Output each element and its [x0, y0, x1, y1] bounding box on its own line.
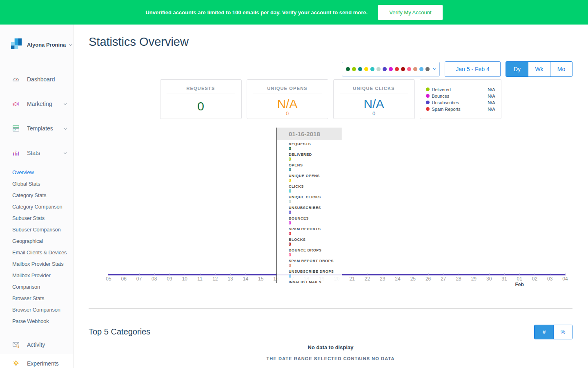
tooltip-series-label: UNIQUE CLICKS [289, 195, 342, 199]
tooltip-series-label: SPAM REPORTS [289, 227, 342, 231]
stats-subnav-item[interactable]: Mailbox Provider Stats [0, 258, 73, 270]
tooltip-date: 01-16-2018 [277, 128, 342, 140]
tick-label: 11 [195, 276, 205, 282]
series-color-dot [358, 67, 362, 71]
unique-opens-card: UNIQUE OPENS N/A 0 [247, 79, 328, 119]
series-color-dot [383, 67, 387, 71]
tooltip-series-label: SPAM REPORT DROPS [289, 259, 342, 263]
granularity-button[interactable]: Wk [528, 62, 550, 76]
tooltip-series-label: BLOCKS [289, 238, 342, 242]
tooltip-row: BOUNCE DROPS 0 [277, 247, 342, 257]
divider [167, 94, 235, 94]
x-axis-tick: 26 [423, 276, 433, 287]
sidebar-item-stats[interactable]: Stats [0, 141, 73, 165]
banner-message: Unverified accounts are limited to 100 e… [145, 9, 368, 16]
x-axis-tick: 23 [378, 276, 388, 287]
stats-subnav-item[interactable]: Parse Webhook [0, 316, 73, 327]
stats-subnav-item[interactable]: Browser Stats [0, 293, 73, 304]
sendgrid-logo-icon [11, 38, 22, 51]
series-color-dot [376, 67, 381, 71]
mail-search-icon [11, 340, 21, 350]
card-label: REQUESTS [160, 86, 241, 91]
granularity-button[interactable]: Dy [506, 62, 528, 76]
legend-value: N/A [488, 94, 495, 99]
legend-color-dot [426, 107, 430, 111]
stats-subnav: OverviewGlobal StatsCategory StatsCatego… [0, 165, 73, 327]
stats-subnav-item[interactable]: Browser Comparison [0, 304, 73, 316]
x-axis-tick: 12 [210, 276, 220, 287]
legend-row: Unsubscribes N/A [426, 100, 495, 105]
x-axis-tick: 11 [195, 276, 205, 287]
x-axis-tick: 29 [469, 276, 479, 287]
series-color-dot [413, 67, 417, 71]
granularity-button[interactable]: Mo [550, 62, 572, 76]
main-content: Statistics Overview Jan 5 - Feb 4 DyWkMo… [74, 35, 588, 361]
stats-subnav-item[interactable]: Category Comparison [0, 201, 73, 213]
top-categories-header: Top 5 Categories #% [89, 324, 572, 339]
series-color-dot [425, 67, 430, 71]
tooltip-series-value: 0 [289, 274, 342, 278]
tick-label: 01 [514, 276, 524, 282]
tick-label: 22 [363, 276, 372, 282]
series-picker-dropdown[interactable] [342, 62, 440, 76]
x-axis-tick: 06 [119, 276, 129, 287]
tooltip-series-value: 0 [289, 157, 342, 162]
tooltip-series-label: BOUNCES [289, 216, 342, 220]
stats-subnav-item[interactable]: Geographical [0, 236, 73, 247]
stats-subnav-item[interactable]: Email Clients & Devices [0, 247, 73, 258]
empty-state-subtitle: THE DATE RANGE SELECTED CONTAINS NO DATA [89, 356, 572, 361]
tooltip-row: UNIQUE OPENS 0 [277, 172, 342, 183]
sidebar-item-experiments[interactable]: Experiments [0, 354, 73, 368]
sidebar-item-templates[interactable]: Templates [0, 116, 73, 141]
tick-month-label: Feb [514, 282, 524, 287]
tooltip-series-value: 0 [289, 231, 342, 236]
sidebar-item-marketing[interactable]: Marketing [0, 92, 73, 116]
sidebar-item-activity[interactable]: Activity [0, 335, 73, 354]
series-color-dot [364, 67, 368, 71]
toggle-button[interactable]: % [553, 325, 572, 339]
tick-label: 30 [484, 276, 494, 282]
tooltip-series-value: 0 [289, 263, 342, 268]
tooltip-row: INVALID EMAILS [277, 278, 342, 283]
toggle-button[interactable]: # [535, 325, 553, 339]
sidebar-item-label: Activity [27, 341, 67, 348]
stats-overview-chart[interactable]: 05 06 07 08 09 10 11 [89, 126, 572, 290]
stats-subnav-item[interactable]: Subuser Stats [0, 213, 73, 224]
legend-color-dot [426, 101, 430, 104]
tick-label: 05 [104, 276, 114, 282]
templates-icon [11, 123, 21, 133]
x-axis-tick: 21 [347, 276, 357, 287]
stats-subnav-item[interactable]: Overview [0, 167, 73, 178]
verify-account-button[interactable]: Verify My Account [378, 5, 442, 20]
series-color-dot [407, 67, 411, 71]
stats-subnav-item[interactable]: Category Stats [0, 190, 73, 201]
x-axis-tick: 03 [545, 276, 555, 287]
tooltip-row: UNSUBSCRIBES 0 [277, 204, 342, 215]
tooltip-series-value: 0 [289, 242, 342, 247]
stats-subnav-item[interactable]: Global Stats [0, 178, 73, 190]
chevron-down-icon [69, 42, 72, 45]
x-axis-tick: 28 [454, 276, 463, 287]
series-color-dot [395, 67, 399, 71]
stats-subnav-item[interactable]: Subuser Comparison [0, 224, 73, 236]
tick-label: 09 [165, 276, 174, 282]
tick-label: 06 [119, 276, 129, 282]
tick-label: 24 [393, 276, 403, 282]
sidebar-item-dashboard[interactable]: Dashboard [0, 67, 73, 92]
tick-label: 10 [180, 276, 189, 282]
legend-value: N/A [488, 100, 495, 105]
tick-label: 02 [530, 276, 539, 282]
stats-subnav-item[interactable]: Mailbox Provider Comparison [0, 270, 73, 293]
chevron-down-icon [433, 67, 436, 70]
account-menu[interactable]: Alyona Pronina [11, 38, 73, 51]
x-axis-tick: 13 [225, 276, 235, 287]
date-range-button[interactable]: Jan 5 - Feb 4 [445, 61, 501, 77]
tick-label: 29 [469, 276, 479, 282]
legend-row: Bounces N/A [426, 94, 495, 99]
x-axis-tick: 31 [499, 276, 509, 287]
sidebar-item-label: Stats [27, 150, 60, 156]
tick-label: 23 [378, 276, 388, 282]
tick-label: 25 [408, 276, 418, 282]
bar-chart-icon [11, 148, 21, 158]
legend-label: Delivered [432, 87, 451, 92]
